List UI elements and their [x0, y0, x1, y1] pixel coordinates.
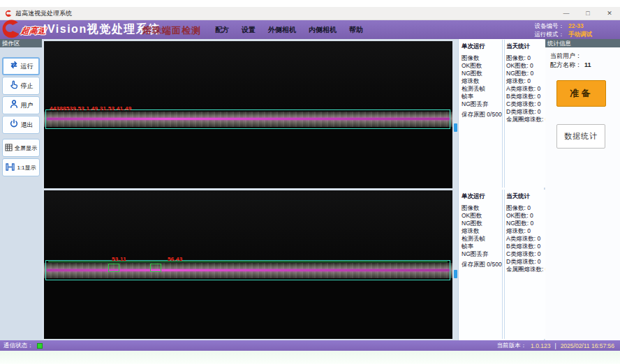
fullscreen-button[interactable]: 全屏显示 [2, 139, 40, 157]
defect-label-2: 56.43 [168, 256, 183, 262]
menu-recipe[interactable]: 配方 [214, 24, 230, 36]
stat-row: 图像数 [462, 204, 501, 212]
scroll-thumb-2[interactable] [454, 270, 457, 278]
user-icon [9, 99, 19, 112]
app-subtitle: 熔珠端面检测 [142, 24, 201, 37]
recipe-name-value: 11 [584, 61, 591, 68]
camera-view-inner: 53.11 56.43 [44, 190, 452, 339]
stat-row: NG图丢弃 [462, 100, 501, 108]
status-separator: | [554, 342, 556, 349]
stat-row: 图像数: 0 [506, 54, 545, 62]
stat-row: NG图数: 0 [506, 70, 545, 77]
stat-row: A类熔珠数: 0 [506, 235, 545, 243]
statistics-region: 单次运行 图像数 OK图数 NG图数 熔珠数 检测丢帧 帧率 NG图丢弃 保存原… [458, 39, 545, 340]
stat-row: 帧率 [462, 243, 501, 250]
single-run-column: 单次运行 图像数 OK图数 NG图数 熔珠数 检测丢帧 帧率 NG图丢弃 保存原… [462, 40, 501, 119]
maximize-button[interactable]: □ [583, 10, 593, 17]
menu-settings[interactable]: 设置 [240, 24, 257, 36]
run-mode-value: 手动调试 [568, 30, 592, 38]
exit-button-label: 退出 [21, 121, 34, 130]
current-user-line: 当前用户： [550, 52, 616, 61]
desktop-background [0, 351, 620, 364]
sidebar-title: 操作区 [0, 39, 42, 47]
minimize-button[interactable]: — [561, 10, 571, 17]
stat-row: OK图数 [462, 62, 501, 70]
close-button[interactable]: ✕ [605, 10, 614, 17]
stat-row: NG图丢弃 [462, 250, 501, 258]
stat-row: OK图数 [462, 212, 501, 220]
device-info: 设备编号： 22-33 运行模式： 手动调试 [528, 22, 592, 38]
fullscreen-button-label: 全屏显示 [15, 144, 37, 152]
defect-box-1 [108, 264, 119, 272]
run-icon [9, 60, 19, 73]
stat-row: NG图数: 0 [506, 220, 545, 227]
stat-row: NG图数 [462, 220, 501, 227]
exit-button[interactable]: 退出 [2, 116, 40, 134]
stat-row: D类熔珠数: 0 [506, 258, 545, 266]
menu-outer-camera[interactable]: 外侧相机 [267, 24, 297, 36]
one-to-one-button[interactable]: 1:1显示 [2, 158, 40, 176]
version-value: 1.0.123 [531, 342, 550, 349]
stat-row: NG图数 [462, 70, 501, 77]
version-label: 当前版本： [497, 342, 527, 350]
os-titlebar: 超高速视觉处理系统 — □ ✕ [0, 7, 620, 20]
run-button-label: 运行 [21, 62, 34, 71]
stats-panel-outer: 单次运行 图像数 OK图数 NG图数 熔珠数 检测丢帧 帧率 NG图丢弃 保存原… [459, 40, 545, 188]
device-id-value: 22-33 [568, 22, 584, 30]
stat-row: B类熔珠数: 0 [506, 93, 545, 100]
prepare-button[interactable]: 准备 [556, 80, 606, 107]
defect-label-1: 53.11 [112, 256, 126, 262]
single-run-title: 单次运行 [462, 192, 501, 201]
menu-help[interactable]: 帮助 [348, 24, 364, 36]
statistics-info-panel: 统计信息 当前用户： 配方名称：11 准备 数据统计 [545, 39, 620, 340]
run-mode-label: 运行模式： [528, 30, 564, 38]
stat-row: OK图数: 0 [506, 62, 545, 70]
stat-row: 熔珠数 [462, 227, 501, 235]
status-bar: 通信状态： 当前版本： 1.0.123 | 2025/02/11 16:57:5… [0, 340, 620, 351]
stat-row: 金属圈熔珠数: 0 [506, 266, 545, 273]
stat-row: 金属圈熔珠数: 0 [506, 116, 545, 123]
stat-row: C类熔珠数: 0 [506, 250, 545, 258]
menu-inner-camera[interactable]: 内侧相机 [307, 24, 338, 36]
user-button[interactable]: 用户 [2, 96, 40, 114]
power-icon [9, 119, 19, 131]
single-run-column: 单次运行 图像数 OK图数 NG图数 熔珠数 检测丢帧 帧率 NG图丢弃 保存原… [462, 190, 501, 268]
datetime-value: 2025/02/11 16:57:56 [561, 342, 614, 349]
user-button-label: 用户 [21, 101, 34, 110]
window-title: 超高速视觉处理系统 [15, 9, 72, 18]
stat-row: D类熔珠数: 0 [506, 108, 545, 116]
device-id-label: 设备编号： [528, 22, 564, 30]
fullscreen-grid-icon [5, 142, 13, 154]
camera-view-outer: 44388539.53 1.49 31.53 41.49 [44, 41, 452, 188]
stat-row: 检测丢帧 [462, 85, 501, 93]
info-panel-title: 统计信息 [545, 39, 620, 47]
one-to-one-button-label: 1:1显示 [17, 164, 36, 172]
run-button[interactable]: 运行 [2, 57, 40, 75]
stat-row: 检测丢帧 [462, 235, 501, 243]
stat-row: 图像数: 0 [506, 204, 545, 212]
one-to-one-icon [6, 161, 15, 174]
comm-status-indicator [37, 343, 43, 349]
stat-row: 图像数 [462, 54, 501, 62]
today-title: 当天统计 [506, 43, 545, 51]
stat-row: A类熔珠数: 0 [506, 85, 545, 93]
data-statistics-button[interactable]: 数据统计 [556, 124, 605, 149]
operation-sidebar: 操作区 运行 停止 用户 [0, 39, 42, 340]
laser-line-2 [47, 269, 450, 271]
stat-row: 帧率 [462, 93, 501, 100]
scroll-thumb-1[interactable] [454, 123, 457, 132]
stop-hand-icon [9, 79, 19, 92]
stats-panel-inner: 单次运行 图像数 OK图数 NG图数 熔珠数 检测丢帧 帧率 NG图丢弃 保存原… [459, 190, 545, 339]
stat-row: C类熔珠数: 0 [506, 100, 545, 108]
today-column: 当天统计 图像数: 0 OK图数: 0 NG图数: 0 熔珠数: 0 A类熔珠数… [506, 190, 545, 273]
comm-status-label: 通信状态： [3, 342, 34, 350]
single-run-title: 单次运行 [462, 43, 501, 51]
stop-button-label: 停止 [21, 82, 34, 91]
today-title: 当天统计 [506, 192, 545, 201]
stop-button[interactable]: 停止 [2, 77, 40, 95]
menu-bar: 配方 设置 外侧相机 内侧相机 帮助 [214, 20, 364, 39]
recipe-name-line: 配方名称：11 [550, 61, 616, 70]
recipe-name-label: 配方名称： [550, 61, 582, 68]
laser-line-1 [47, 118, 450, 120]
app-header: 超高速 IVision视觉处理系统 熔珠端面检测 配方 设置 外侧相机 内侧相机… [0, 20, 620, 39]
